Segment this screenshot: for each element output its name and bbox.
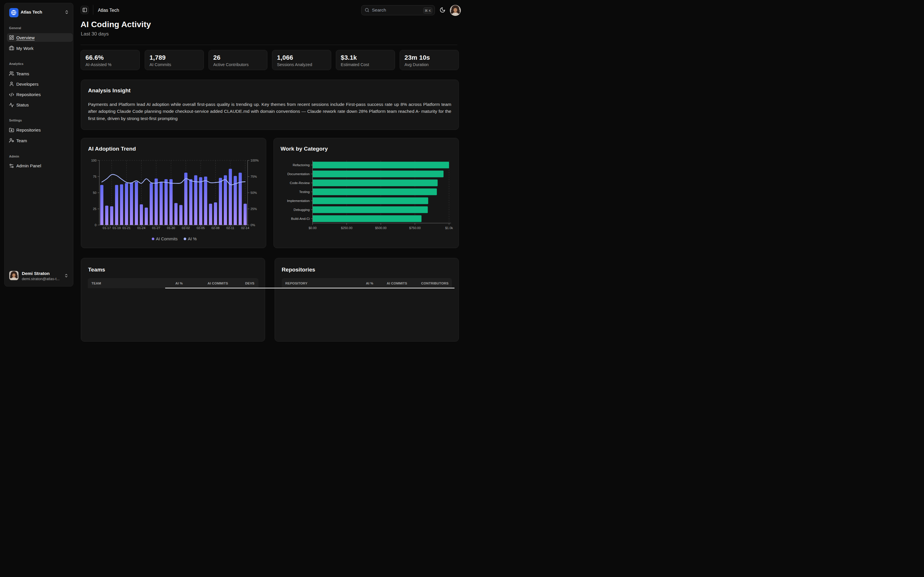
svg-text:25%: 25% (250, 207, 257, 211)
svg-text:02-14: 02-14 (241, 226, 249, 229)
svg-text:25: 25 (93, 207, 97, 211)
svg-text:Implementation: Implementation (287, 199, 310, 203)
svg-text:50: 50 (93, 191, 97, 195)
svg-text:50%: 50% (250, 191, 257, 195)
svg-text:Debugging: Debugging (293, 208, 310, 211)
svg-text:$0.00: $0.00 (309, 226, 317, 229)
svg-text:0%: 0% (250, 223, 255, 227)
svg-text:Testing: Testing (299, 190, 310, 193)
svg-text:01-17: 01-17 (103, 226, 111, 229)
svg-text:Refactoring: Refactoring (292, 163, 310, 167)
svg-text:AI Commits: AI Commits (156, 237, 178, 241)
svg-text:100: 100 (91, 159, 97, 162)
svg-text:AI %: AI % (188, 237, 197, 241)
svg-text:02-02: 02-02 (182, 226, 190, 229)
svg-text:02-05: 02-05 (197, 226, 205, 229)
svg-text:$750.00: $750.00 (409, 226, 421, 229)
svg-text:$1.0k: $1.0k (445, 226, 453, 229)
svg-text:75%: 75% (250, 175, 257, 178)
svg-text:01-21: 01-21 (123, 226, 131, 229)
svg-text:Code-Review: Code-Review (290, 181, 310, 185)
svg-text:01-24: 01-24 (137, 226, 145, 229)
svg-text:$250.00: $250.00 (341, 226, 352, 229)
svg-text:02-08: 02-08 (212, 226, 220, 229)
svg-text:01-19: 01-19 (113, 226, 121, 229)
svg-text:Documentation: Documentation (287, 172, 310, 176)
svg-text:$500.00: $500.00 (375, 226, 386, 229)
svg-text:0: 0 (95, 223, 97, 227)
svg-text:01-30: 01-30 (167, 226, 175, 229)
svg-text:02-11: 02-11 (226, 226, 234, 229)
svg-text:100%: 100% (250, 159, 259, 162)
svg-text:Build-And-Ci: Build-And-Ci (291, 217, 310, 221)
svg-text:01-27: 01-27 (152, 226, 160, 229)
svg-text:75: 75 (93, 175, 97, 178)
